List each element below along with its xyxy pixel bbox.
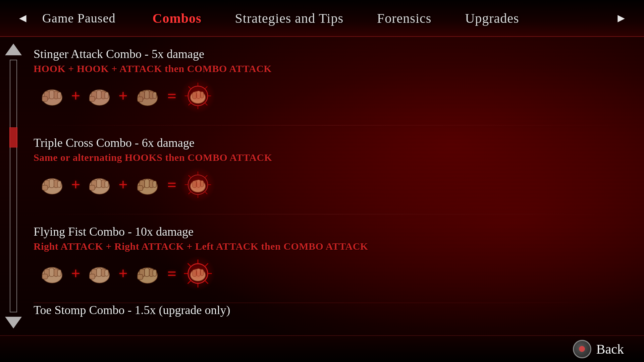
plus-5: + <box>71 265 80 282</box>
equals-1: = <box>167 88 176 104</box>
combo-triple-instruction: Same or alternating HOOKS then COMBO ATT… <box>34 152 631 163</box>
fist-icon-3 <box>132 81 162 111</box>
svg-rect-50 <box>153 181 157 187</box>
result-icon-2 <box>182 169 214 200</box>
fist-icon-2 <box>84 81 114 111</box>
scroll-up-arrow[interactable] <box>5 44 22 55</box>
svg-rect-45 <box>90 185 95 190</box>
fist-icon-6 <box>132 170 162 200</box>
tab-upgrades[interactable]: Upgrades <box>448 7 536 29</box>
combo-triple-title: Triple Cross Combo - 6x damage <box>34 136 631 150</box>
combo-flying: Flying Fist Combo - 10x damage Right ATT… <box>34 225 631 289</box>
combos-list: Stinger Attack Combo - 5x damage HOOK + … <box>27 37 644 335</box>
nav-arrow-left[interactable]: ◄ <box>10 8 36 28</box>
nav-arrow-right[interactable]: ► <box>608 8 634 28</box>
plus-3: + <box>71 177 80 193</box>
result-icon-3 <box>182 257 214 289</box>
result-glow-3 <box>180 256 215 291</box>
separator-2 <box>34 214 631 215</box>
svg-rect-75 <box>105 270 108 276</box>
svg-rect-36 <box>49 179 54 188</box>
result-glow-2 <box>180 167 215 202</box>
combo-triple: Triple Cross Combo - 6x damage Same or a… <box>34 136 631 200</box>
plus-4: + <box>118 177 127 193</box>
svg-rect-82 <box>138 275 143 280</box>
plus-1: + <box>71 88 80 104</box>
svg-rect-44 <box>105 181 108 187</box>
combo-triple-sequence: + + <box>37 169 631 200</box>
svg-rect-76 <box>90 274 95 279</box>
tab-combos[interactable]: Combos <box>136 7 218 29</box>
bottom-bar: Back <box>0 335 644 362</box>
combo-flying-instruction: Right ATTACK + Right ATTACK + Left ATTAC… <box>34 241 631 252</box>
svg-rect-67 <box>49 268 54 277</box>
fist-icon-5 <box>84 170 114 200</box>
separator-1 <box>34 125 631 126</box>
svg-rect-73 <box>97 268 101 277</box>
result-glow-1 <box>180 78 215 113</box>
svg-point-6 <box>43 90 61 105</box>
fist-icon-8 <box>84 258 114 289</box>
scroll-track[interactable] <box>10 60 17 312</box>
svg-rect-51 <box>138 186 143 191</box>
equals-3: = <box>167 265 176 282</box>
tab-strategies[interactable]: Strategies and Tips <box>218 7 360 29</box>
plus-6: + <box>118 265 127 282</box>
combo-flying-sequence: + + <box>37 257 631 289</box>
svg-rect-42 <box>97 179 101 188</box>
plus-2: + <box>118 88 127 104</box>
svg-rect-79 <box>145 268 149 277</box>
equals-2: = <box>167 177 176 193</box>
combo-flying-title: Flying Fist Combo - 10x damage <box>34 225 631 239</box>
combo-stomp-title: Toe Stomp Combo - 1.5x (upgrade only) <box>34 303 631 317</box>
back-button[interactable]: Back <box>573 340 624 358</box>
fist-icon-9 <box>132 258 162 289</box>
combo-stinger: Stinger Attack Combo - 5x damage HOOK + … <box>34 47 631 112</box>
svg-rect-38 <box>57 181 61 187</box>
back-button-label: Back <box>596 341 624 357</box>
svg-rect-48 <box>145 179 149 188</box>
svg-point-13 <box>90 90 109 105</box>
tab-forensics[interactable]: Forensics <box>360 7 448 29</box>
scroll-bar <box>0 37 27 335</box>
combo-stinger-instruction: HOOK + HOOK + ATTACK then COMBO ATTACK <box>34 63 631 74</box>
svg-rect-39 <box>42 185 47 190</box>
combo-stinger-title: Stinger Attack Combo - 5x damage <box>34 47 631 61</box>
fist-icon-1 <box>37 81 67 111</box>
back-button-icon <box>573 340 591 358</box>
svg-rect-70 <box>42 274 47 279</box>
fist-icon-7 <box>37 258 67 289</box>
combo-stinger-sequence: + + <box>37 80 631 112</box>
svg-rect-81 <box>153 270 157 276</box>
svg-rect-69 <box>57 270 61 276</box>
main-content: Stinger Attack Combo - 5x damage HOOK + … <box>0 37 644 335</box>
game-paused-label: Game Paused <box>42 11 116 25</box>
combo-stomp: Toe Stomp Combo - 1.5x (upgrade only) <box>34 303 631 317</box>
fist-icon-4 <box>37 170 67 200</box>
nav-bar: ◄ Game Paused Combos Strategies and Tips… <box>0 0 644 37</box>
nav-tabs: Combos Strategies and Tips Forensics Upg… <box>136 7 609 29</box>
svg-point-20 <box>138 91 157 105</box>
scroll-thumb[interactable] <box>9 127 17 147</box>
scroll-down-arrow[interactable] <box>5 317 22 328</box>
result-icon-1 <box>182 80 214 112</box>
